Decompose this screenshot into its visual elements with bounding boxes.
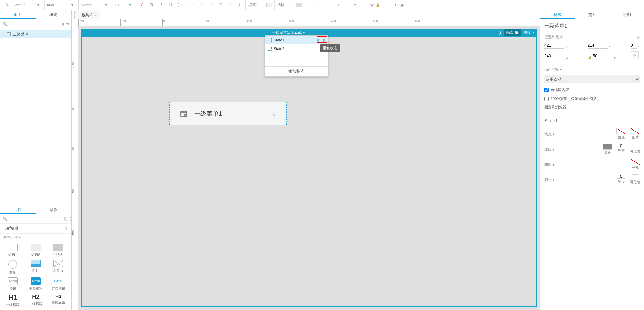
x-input[interactable] xyxy=(325,3,335,7)
valign-bottom-button[interactable]: ⊥ xyxy=(235,1,243,9)
tab-pages[interactable]: 页面 xyxy=(0,10,36,19)
dp-state-dropdown[interactable]: State1 ▾ xyxy=(291,30,305,34)
style-picker-icon[interactable]: ✎ xyxy=(3,1,11,9)
align-right-button[interactable]: ≡ xyxy=(207,1,215,9)
page-item[interactable]: 二级菜单 xyxy=(0,30,71,38)
w-input[interactable] xyxy=(544,53,564,59)
pin-browser-link[interactable]: 固定到浏览器 xyxy=(540,103,644,111)
add-folder-icon[interactable]: 🗀 xyxy=(65,22,70,27)
paragraph-select[interactable] xyxy=(81,3,101,7)
widget-rect3[interactable]: 矩形3 xyxy=(48,244,68,257)
w-input[interactable] xyxy=(358,3,368,7)
dropdown-icon[interactable]: ▾ xyxy=(102,1,110,9)
dropdown-icon[interactable]: ▾ xyxy=(126,1,134,9)
duplicate-state-icon[interactable]: ⎘ xyxy=(315,37,321,43)
menu-widget[interactable]: 一级菜单1 ⌄ xyxy=(169,102,287,125)
scroll-select[interactable]: 从不滚动 xyxy=(544,75,640,83)
widget-ellipse[interactable]: 圆形 xyxy=(3,260,23,275)
align-left-button[interactable]: ≡ xyxy=(188,1,196,9)
dropdown-icon[interactable]: ▾ xyxy=(34,1,42,9)
isolate-button[interactable]: 隔离 ▣ xyxy=(504,29,521,36)
canvas[interactable]: -200 -100 0 100 200 300 400 500 600 -100… xyxy=(72,19,540,310)
state-item-1[interactable]: State1 ⎘ 🗑 xyxy=(265,36,328,44)
h-input[interactable] xyxy=(593,53,613,59)
line-section-label[interactable]: 线段 ▾ xyxy=(544,147,603,152)
tab-masters[interactable]: 母版 xyxy=(36,205,71,214)
radius-input[interactable] xyxy=(617,174,625,179)
widget-h1[interactable]: H1一级标题 xyxy=(3,294,23,307)
fill-image-swatch[interactable] xyxy=(266,3,272,7)
rp-tab-interactions[interactable]: 交互 xyxy=(575,10,609,19)
style-select[interactable] xyxy=(13,3,33,7)
font-size-input[interactable] xyxy=(114,3,125,7)
italic-button[interactable]: I xyxy=(157,1,165,9)
tab-outline[interactable]: 概要 xyxy=(36,10,71,19)
canvas-page-tab[interactable]: 二级菜单 × xyxy=(74,11,100,19)
widget-link-button[interactable]: BUTTON链接按钮 xyxy=(48,277,68,291)
delete-state-icon[interactable]: 🗑 xyxy=(321,37,327,43)
fit-content-checkbox[interactable]: 自适应内容 xyxy=(544,87,569,92)
fill-image-swatch[interactable] xyxy=(631,128,640,134)
widget-rect1[interactable]: 矩形1 xyxy=(3,244,23,257)
fill-section-label[interactable]: 填充 ▾ xyxy=(544,132,616,137)
dropdown-icon[interactable]: ▾ xyxy=(68,1,76,9)
widget-rect2[interactable]: 矩形2 xyxy=(26,244,46,257)
line-color-swatch[interactable] xyxy=(296,3,302,7)
dp-section-label[interactable]: 动态面板 ▾ xyxy=(540,65,644,73)
text-color-button[interactable]: A xyxy=(138,1,146,9)
corner-visibility-button[interactable] xyxy=(632,174,638,179)
valign-top-button[interactable]: ⊤ xyxy=(217,1,225,9)
bold-button[interactable]: B xyxy=(148,1,156,9)
h-input[interactable] xyxy=(381,3,391,7)
x-input[interactable] xyxy=(544,42,564,49)
chevron-right-icon[interactable]: ❯ xyxy=(497,30,504,35)
tab-widgets[interactable]: 元件 xyxy=(0,205,36,214)
more-text-button[interactable]: ⋮≡ xyxy=(176,1,184,9)
widget-button[interactable]: BUTTON按钮 xyxy=(3,277,23,291)
state-item-2[interactable]: State2 xyxy=(265,44,328,53)
rp-tab-style[interactable]: 样式 xyxy=(540,10,575,19)
underline-button[interactable]: U xyxy=(167,1,175,9)
line-style-button[interactable]: — xyxy=(303,1,311,9)
add-state-button[interactable]: 添加状态 xyxy=(265,66,328,76)
widget-primary-button[interactable]: BUTTON主要按钮 xyxy=(26,277,46,291)
lock-aspect-icon[interactable]: 🔒 xyxy=(588,56,592,59)
rp-tab-notes[interactable]: 说明 xyxy=(609,10,644,19)
widget-h3[interactable]: H3三级标题 xyxy=(48,294,68,307)
close-panel-button[interactable]: 关闭 × xyxy=(521,29,537,36)
font-select[interactable] xyxy=(47,3,67,7)
widget-image[interactable]: 图片 xyxy=(26,260,46,275)
arrow-style-button[interactable]: ⟶ xyxy=(313,1,321,9)
fill-color-swatch[interactable] xyxy=(616,128,626,134)
line-width-input[interactable] xyxy=(288,3,294,7)
search-icon[interactable]: 🔍 xyxy=(3,22,8,27)
align-center-button[interactable]: ≡ xyxy=(198,1,206,9)
line-color-swatch[interactable] xyxy=(603,144,612,150)
shadow-section-label[interactable]: 阴影 ▾ xyxy=(544,162,631,167)
valign-middle-button[interactable]: ≡ xyxy=(226,1,234,9)
stage[interactable]: 一级菜单1: State1 ▾ ❯ 隔离 ▣ 关闭 × xyxy=(78,26,540,310)
close-icon[interactable]: × xyxy=(95,13,97,17)
corner-section-label[interactable]: 圆角 ▾ xyxy=(544,177,617,182)
widget-h2[interactable]: H2二级标题 xyxy=(26,294,46,307)
fill-color-swatch[interactable] xyxy=(259,3,265,7)
page-search-input[interactable] xyxy=(9,22,59,27)
widget-name-input[interactable]: 一级菜单1 xyxy=(540,19,644,33)
add-library-icon[interactable]: + xyxy=(61,217,63,221)
library-options-icon[interactable]: ⎘ xyxy=(64,217,67,221)
library-select[interactable]: Default ⇅ xyxy=(0,224,71,234)
section-basic-label[interactable]: 基本元件 ▾ xyxy=(0,234,71,241)
line-width-input[interactable] xyxy=(617,144,625,148)
search-icon[interactable]: 🔍 xyxy=(3,217,8,221)
full-width-checkbox[interactable]: 100%宽度（仅浏览器中有效） xyxy=(544,96,601,101)
y-input[interactable] xyxy=(588,42,608,49)
widget-search-input[interactable] xyxy=(9,217,59,221)
rotation-input[interactable] xyxy=(631,42,637,49)
y-input[interactable] xyxy=(341,3,352,7)
visibility-toggle-icon[interactable]: ◉ xyxy=(398,1,406,9)
widget-placeholder[interactable]: 占位符 xyxy=(48,260,68,275)
line-visibility-button[interactable] xyxy=(632,144,638,148)
add-page-icon[interactable]: ⊞ xyxy=(61,22,64,27)
outer-shadow-swatch[interactable] xyxy=(631,159,640,165)
lock-aspect-icon[interactable]: 🔒 xyxy=(376,3,380,7)
